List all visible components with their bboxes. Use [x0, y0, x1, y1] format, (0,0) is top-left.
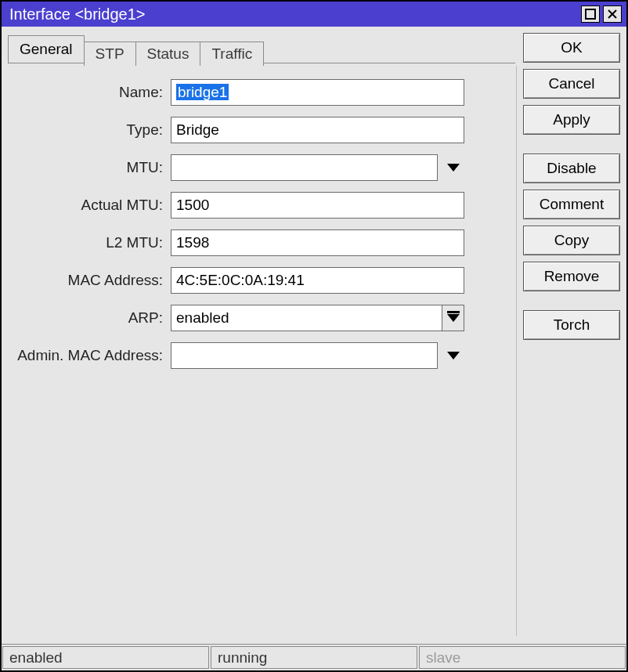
disable-button[interactable]: Disable: [523, 154, 620, 183]
mtu-dropdown-icon[interactable]: [442, 154, 464, 181]
label-type: Type:: [8, 121, 171, 139]
arp-select[interactable]: enabled: [171, 305, 442, 331]
close-icon: [607, 9, 618, 20]
window-body: General STP Status Traffic Name: bridge1…: [2, 27, 626, 644]
mac-field: 4C:5E:0C:0A:19:41: [171, 267, 464, 294]
torch-button[interactable]: Torch: [523, 310, 620, 340]
remove-button[interactable]: Remove: [523, 262, 620, 291]
ok-button[interactable]: OK: [523, 33, 620, 63]
row-l2-mtu: L2 MTU: 1598: [8, 229, 509, 256]
tab-stp[interactable]: STP: [84, 42, 136, 66]
label-actual-mtu: Actual MTU:: [8, 197, 171, 214]
status-running: running: [211, 646, 417, 669]
tab-traffic[interactable]: Traffic: [200, 42, 264, 66]
cancel-button[interactable]: Cancel: [523, 69, 620, 99]
mtu-input[interactable]: [171, 154, 438, 181]
admin-mac-dropdown-icon[interactable]: [442, 342, 464, 369]
label-mtu: MTU:: [8, 159, 171, 176]
name-value-selected: bridge1: [176, 84, 229, 100]
svg-rect-0: [586, 9, 595, 19]
maximize-icon: [585, 9, 596, 20]
status-bar: enabled running slave: [2, 644, 626, 670]
row-type: Type: Bridge: [8, 117, 509, 143]
tab-status[interactable]: Status: [135, 42, 201, 66]
interface-window: Interface <bridge1> General STP Status T…: [0, 0, 628, 672]
label-mac: MAC Address:: [8, 272, 171, 289]
apply-button[interactable]: Apply: [523, 105, 620, 135]
arp-dropdown-button[interactable]: [442, 305, 464, 331]
row-arp: ARP: enabled: [8, 305, 509, 331]
chevron-down-icon: [447, 164, 460, 172]
label-admin-mac: Admin. MAC Address:: [8, 347, 171, 364]
dropdown-icon: [447, 314, 460, 322]
label-arp: ARP:: [8, 309, 171, 327]
side-buttons: OK Cancel Apply Disable Comment Copy Rem…: [523, 31, 620, 644]
titlebar-buttons: [581, 5, 622, 23]
actual-mtu-field: 1500: [171, 192, 464, 219]
name-input[interactable]: bridge1: [171, 79, 464, 106]
type-field: Bridge: [171, 117, 464, 143]
status-enabled: enabled: [2, 646, 209, 669]
close-button[interactable]: [603, 5, 622, 23]
titlebar: Interface <bridge1>: [2, 2, 626, 27]
maximize-button[interactable]: [581, 5, 600, 23]
vertical-divider: [516, 66, 517, 636]
comment-button[interactable]: Comment: [523, 190, 620, 219]
copy-button[interactable]: Copy: [523, 226, 620, 255]
main-panel: General STP Status Traffic Name: bridge1…: [8, 31, 515, 644]
status-slave: slave: [419, 646, 626, 669]
form-general: Name: bridge1 Type: Bridge MTU:: [8, 63, 515, 380]
row-mac: MAC Address: 4C:5E:0C:0A:19:41: [8, 267, 509, 294]
label-l2-mtu: L2 MTU:: [8, 234, 171, 251]
row-name: Name: bridge1: [8, 79, 509, 106]
label-name: Name:: [8, 84, 171, 101]
row-mtu: MTU:: [8, 154, 509, 181]
row-actual-mtu: Actual MTU: 1500: [8, 192, 509, 219]
chevron-down-icon: [447, 352, 460, 359]
tab-row: General STP Status Traffic: [8, 31, 515, 63]
admin-mac-input[interactable]: [171, 342, 438, 369]
l2-mtu-field: 1598: [171, 229, 464, 256]
row-admin-mac: Admin. MAC Address:: [8, 342, 509, 369]
tab-general[interactable]: General: [8, 35, 85, 63]
window-title: Interface <bridge1>: [9, 5, 581, 23]
